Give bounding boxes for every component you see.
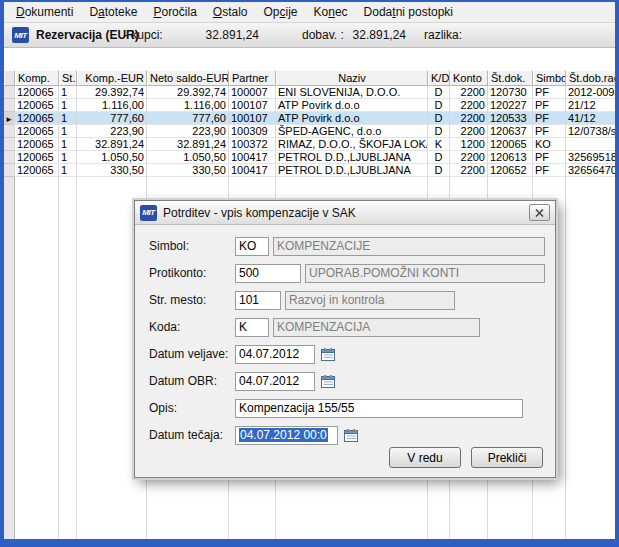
row-selector <box>4 99 15 112</box>
cell-naziv: ŠPED-AGENC, d.o.o <box>276 125 428 138</box>
cell-simbol: PF <box>533 164 566 177</box>
column-header-st-dob-rac[interactable]: Št.dob.rač <box>566 70 615 86</box>
cell-partner: 100309 <box>229 125 276 138</box>
cell-st-dob-rac <box>566 138 615 151</box>
row-selector <box>4 125 15 138</box>
dialog-titlebar[interactable]: MIT Potrditev - vpis kompenzacije v SAK <box>135 201 555 225</box>
grid-column-line <box>566 177 615 539</box>
row-selector <box>4 164 15 177</box>
cell-naziv: RIMAZ, D.O.O., ŠKOFJA LOKA <box>276 138 428 151</box>
cell-st: 1 <box>59 112 77 125</box>
menu-item-opcije[interactable]: Opcije <box>256 3 306 21</box>
opis-input[interactable]: Kompenzacija 155/55 <box>235 399 523 418</box>
column-header-simbol[interactable]: Simbol <box>533 70 566 86</box>
datum-tecaja-calendar-icon[interactable] <box>342 427 360 444</box>
str-mesto-input[interactable]: 101 <box>235 291 281 310</box>
row-selector <box>4 138 15 151</box>
cell-k-d: D <box>428 151 450 164</box>
table-row[interactable]: 1200651223,90223,90100309ŠPED-AGENC, d.o… <box>4 125 615 138</box>
simbol-label: Simbol: <box>149 239 189 253</box>
datum-obr-calendar-icon[interactable] <box>319 373 337 390</box>
cell-komp: 120065 <box>15 112 59 125</box>
cell-st-dob-rac: 12/0738/s <box>566 125 615 138</box>
cell-partner: 100417 <box>229 164 276 177</box>
cell-konto: 2200 <box>450 164 488 177</box>
cell-st-dok: 120652 <box>488 164 533 177</box>
str-mesto-description: Razvoj in kontrola <box>285 291 455 310</box>
datum-veljave-field-row: Datum veljave:04.07.2012 <box>135 345 555 364</box>
cell-neto-saldo-eur: 29.392,74 <box>147 86 229 99</box>
column-header-komp-eur[interactable]: Komp.-EUR <box>77 70 147 86</box>
cell-neto-saldo-eur: 1.116,00 <box>147 99 229 112</box>
cell-partner: 100107 <box>229 99 276 112</box>
dialog-title: Potrditev - vpis kompenzacije v SAK <box>163 206 356 220</box>
cell-k-d: D <box>428 112 450 125</box>
menu-item-ostalo[interactable]: Ostalo <box>205 3 256 21</box>
simbol-description: KOMPENZACIJE <box>273 237 545 256</box>
cell-partner: 100417 <box>229 151 276 164</box>
column-header-st-dok[interactable]: Št.dok. <box>488 70 533 86</box>
opis-field-row: Opis:Kompenzacija 155/55 <box>135 399 555 418</box>
menu-item-konec[interactable]: Konec <box>306 3 356 21</box>
simbol-input[interactable]: KO <box>235 237 269 256</box>
cell-komp-eur: 29.392,74 <box>77 86 147 99</box>
menu-item-datoteke[interactable]: Datoteke <box>81 3 145 21</box>
grid-column-line <box>15 177 59 539</box>
column-header-neto-saldo-eur[interactable]: Neto saldo-EUR <box>147 70 229 86</box>
table-row[interactable]: 1200651330,50330,50100417PETROL D.D.,LJU… <box>4 164 615 177</box>
cell-komp-eur: 1.050,50 <box>77 151 147 164</box>
table-row[interactable]: 12006511.116,001.116,00100107ATP Povirk … <box>4 99 615 112</box>
cell-st: 1 <box>59 86 77 99</box>
column-header-komp[interactable]: Komp. <box>15 70 59 86</box>
ok-button[interactable]: V redu <box>389 447 461 468</box>
cell-simbol: PF <box>533 112 566 125</box>
column-header-partner[interactable]: Partner <box>229 70 276 86</box>
cell-st-dob-rac: 32569518 <box>566 151 615 164</box>
cell-simbol: PF <box>533 99 566 112</box>
cell-konto: 2200 <box>450 151 488 164</box>
cell-komp-eur: 330,50 <box>77 164 147 177</box>
close-icon[interactable] <box>529 204 550 221</box>
confirm-dialog: MIT Potrditev - vpis kompenzacije v SAK … <box>134 200 556 478</box>
column-header-konto[interactable]: Konto <box>450 70 488 86</box>
cell-simbol: PF <box>533 86 566 99</box>
koda-input[interactable]: K <box>235 318 269 337</box>
cell-neto-saldo-eur: 32.891,24 <box>147 138 229 151</box>
datum-veljave-input[interactable]: 04.07.2012 <box>235 345 315 364</box>
table-row[interactable]: 120065132.891,2432.891,24100372RIMAZ, D.… <box>4 138 615 151</box>
table-row[interactable]: 12006511.050,501.050,50100417PETROL D.D.… <box>4 151 615 164</box>
cell-st-dob-rac: 32656470 <box>566 164 615 177</box>
table-row[interactable]: 120065129.392,7429.392,74100007ENI SLOVE… <box>4 86 615 99</box>
kupci-label: - kupci: <box>124 28 163 42</box>
cell-k-d: K <box>428 138 450 151</box>
menu-item-dokumenti[interactable]: Dokumenti <box>8 3 81 21</box>
datum-obr-label: Datum OBR: <box>149 374 217 388</box>
cell-st: 1 <box>59 99 77 112</box>
cell-komp: 120065 <box>15 138 59 151</box>
menu-item-dodatni-postopki[interactable]: Dodatni postopki <box>356 3 461 21</box>
column-header-k-d[interactable]: K/D <box>428 70 450 86</box>
column-header-st[interactable]: St. <box>59 70 77 86</box>
cell-komp-eur: 1.116,00 <box>77 99 147 112</box>
datum-tecaja-field-row: Datum tečaja:04.07.2012 00:0 <box>135 426 555 445</box>
cell-simbol: KO <box>533 138 566 151</box>
cell-naziv: ATP Povirk d.o.o <box>276 99 428 112</box>
cell-neto-saldo-eur: 330,50 <box>147 164 229 177</box>
cell-konto: 2200 <box>450 112 488 125</box>
protikonto-input[interactable]: 500 <box>235 264 301 283</box>
menu-item-porocila[interactable]: Poročila <box>145 3 204 21</box>
header-strip: MIT Rezervacija (EUR) - kupci: 32.891,24… <box>4 23 615 48</box>
datum-obr-input[interactable]: 04.07.2012 <box>235 372 315 391</box>
datum-veljave-calendar-icon[interactable] <box>319 346 337 363</box>
cell-simbol: PF <box>533 151 566 164</box>
cell-k-d: D <box>428 164 450 177</box>
datum-tecaja-input[interactable]: 04.07.2012 00:0 <box>235 426 338 445</box>
cell-naziv: ENI SLOVENIJA, D.O.O. <box>276 86 428 99</box>
column-header-naziv[interactable]: Naziv <box>276 70 428 86</box>
app-logo-icon: MIT <box>12 27 29 43</box>
cell-naziv: PETROL D.D.,LJUBLJANA <box>276 164 428 177</box>
table-row[interactable]: ►1200651777,60777,60100107ATP Povirk d.o… <box>4 112 615 125</box>
cancel-button[interactable]: Prekliči <box>471 447 543 468</box>
str-mesto-label: Str. mesto: <box>149 293 206 307</box>
cell-k-d: D <box>428 125 450 138</box>
